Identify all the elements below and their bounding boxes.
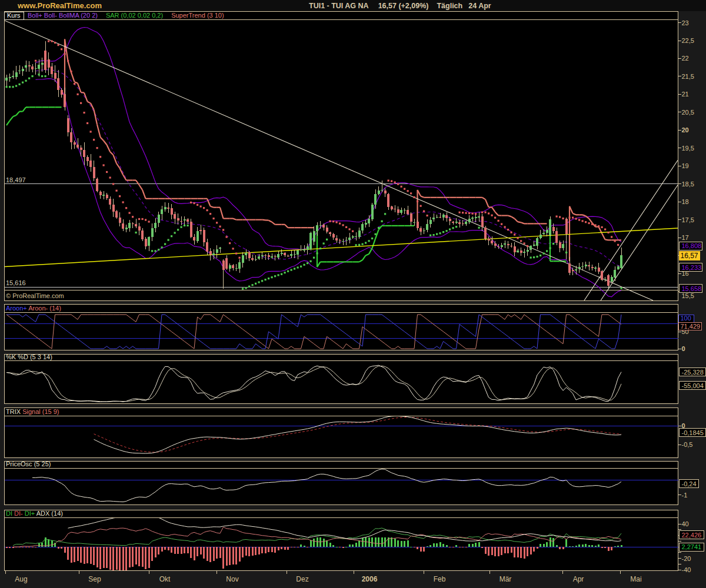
svg-text:Feb: Feb [434, 575, 446, 583]
svg-text:© ProRealTime.com: © ProRealTime.com [6, 292, 64, 299]
svg-text:-1: -1 [682, 492, 688, 499]
svg-text:Mär: Mär [499, 575, 512, 583]
svg-text:16,808: 16,808 [682, 242, 702, 249]
svg-text:-0,24: -0,24 [682, 480, 697, 487]
svg-text:Boll+ Boll- BollMA (20 2)SAR (: Boll+ Boll- BollMA (20 2)SAR (0,02 0,02 … [28, 12, 224, 19]
svg-text:DI DI- DI+ ADX (14): DI DI- DI+ ADX (14) [6, 510, 63, 517]
svg-text:Dez: Dez [296, 575, 308, 583]
svg-text:19,5: 19,5 [682, 145, 694, 152]
svg-text:40: 40 [682, 520, 689, 527]
svg-text:22,426: 22,426 [682, 532, 702, 539]
svg-text:15,616: 15,616 [6, 279, 26, 286]
svg-text:Apr: Apr [573, 575, 584, 583]
svg-text:-25,328: -25,328 [682, 369, 704, 376]
svg-text:%K %D (5 3 14): %K %D (5 3 14) [6, 353, 52, 360]
svg-text:18,5: 18,5 [682, 181, 694, 188]
svg-text:19: 19 [682, 162, 689, 169]
svg-text:Aug: Aug [15, 575, 27, 583]
svg-text:2006: 2006 [362, 575, 378, 583]
svg-text:15,658: 15,658 [682, 285, 702, 292]
svg-text:Mai: Mai [630, 575, 641, 583]
svg-text:Sep: Sep [88, 575, 101, 583]
svg-text:-0,5: -0,5 [682, 441, 693, 448]
svg-text:16,57: 16,57 [681, 252, 698, 260]
svg-text:18: 18 [682, 198, 689, 205]
svg-text:20,5: 20,5 [682, 109, 694, 116]
svg-text:21,5: 21,5 [682, 73, 694, 80]
svg-text:21: 21 [682, 91, 689, 98]
svg-text:22,5: 22,5 [682, 37, 694, 44]
svg-text:71,429: 71,429 [681, 323, 701, 330]
svg-text:15,5: 15,5 [682, 292, 694, 299]
svg-text:22: 22 [682, 55, 689, 62]
svg-text:20: 20 [682, 126, 689, 133]
svg-text:17: 17 [682, 234, 689, 241]
svg-text:23: 23 [682, 19, 689, 26]
svg-text:2,2741: 2,2741 [682, 543, 702, 550]
svg-text:Nov: Nov [226, 575, 238, 583]
svg-text:Aroon+ Aroon- (14): Aroon+ Aroon- (14) [6, 305, 61, 312]
svg-text:Kurs: Kurs [7, 12, 21, 19]
svg-text:0: 0 [682, 345, 685, 352]
svg-text:TRIX Signal (15 9): TRIX Signal (15 9) [6, 408, 59, 415]
svg-text:www.ProRealTime.com: www.ProRealTime.com [17, 1, 102, 10]
svg-text:100: 100 [681, 315, 691, 322]
svg-text:17,5: 17,5 [682, 216, 694, 223]
svg-text:-0,1845: -0,1845 [682, 429, 704, 436]
svg-text:-55,004: -55,004 [682, 382, 704, 389]
svg-text:18,497: 18,497 [6, 176, 26, 183]
svg-text:Okt: Okt [159, 575, 171, 583]
svg-text:-20: -20 [682, 555, 691, 562]
svg-text:16,233: 16,233 [682, 264, 702, 271]
svg-text:-40: -40 [682, 566, 691, 573]
svg-text:PriceOsc (5 25): PriceOsc (5 25) [6, 460, 51, 467]
